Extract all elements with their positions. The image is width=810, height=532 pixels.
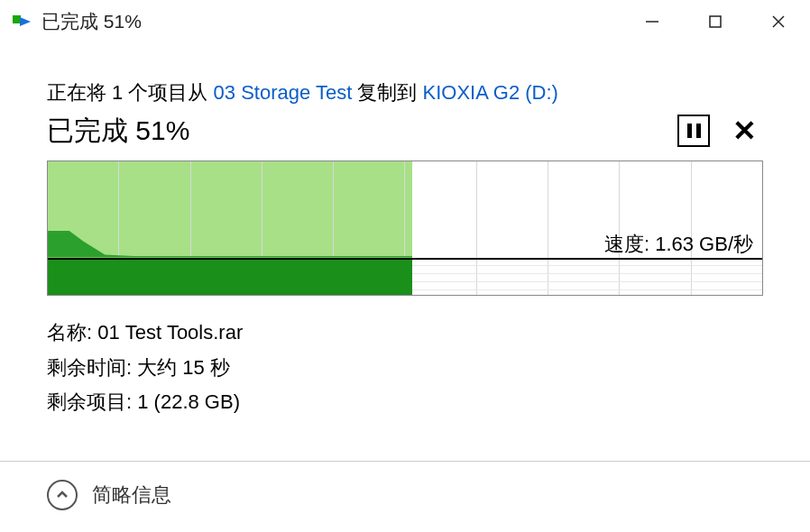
content-area: 正在将 1 个项目从 03 Storage Test 复制到 KIOXIA G2… bbox=[0, 43, 810, 420]
close-icon: ✕ bbox=[732, 116, 757, 145]
progress-row: 已完成 51% ✕ bbox=[47, 112, 763, 150]
titlebar: 已完成 51% bbox=[0, 0, 810, 43]
copy-middle: 复制到 bbox=[352, 81, 422, 104]
speed-label: 速度: 1.63 GB/秒 bbox=[604, 231, 753, 258]
detail-items: 剩余项目: 1 (22.8 GB) bbox=[47, 385, 763, 420]
copy-icon bbox=[13, 14, 32, 30]
details: 名称: 01 Test Tools.rar 剩余时间: 大约 15 秒 剩余项目… bbox=[47, 316, 763, 420]
footer: 简略信息 bbox=[0, 461, 810, 532]
collapse-button[interactable] bbox=[47, 480, 78, 510]
copy-prefix: 正在将 1 个项目从 bbox=[47, 81, 214, 104]
window-controls bbox=[621, 0, 810, 43]
chevron-up-icon bbox=[55, 488, 69, 502]
progress-text: 已完成 51% bbox=[47, 113, 662, 150]
copy-description: 正在将 1 个项目从 03 Storage Test 复制到 KIOXIA G2… bbox=[47, 79, 763, 106]
pause-button[interactable] bbox=[675, 112, 713, 150]
svg-rect-1 bbox=[710, 16, 721, 27]
close-button[interactable] bbox=[747, 0, 810, 43]
detail-name: 名称: 01 Test Tools.rar bbox=[47, 316, 763, 351]
detail-time: 剩余时间: 大约 15 秒 bbox=[47, 351, 763, 386]
dest-link[interactable]: KIOXIA G2 (D:) bbox=[423, 81, 558, 104]
pause-icon bbox=[677, 115, 710, 147]
window-title: 已完成 51% bbox=[41, 9, 142, 34]
maximize-button[interactable] bbox=[684, 0, 747, 43]
footer-label[interactable]: 简略信息 bbox=[92, 482, 171, 509]
cancel-button[interactable]: ✕ bbox=[725, 112, 763, 150]
minimize-button[interactable] bbox=[621, 0, 684, 43]
source-link[interactable]: 03 Storage Test bbox=[214, 81, 353, 104]
speed-chart: 速度: 1.63 GB/秒 bbox=[47, 161, 763, 296]
